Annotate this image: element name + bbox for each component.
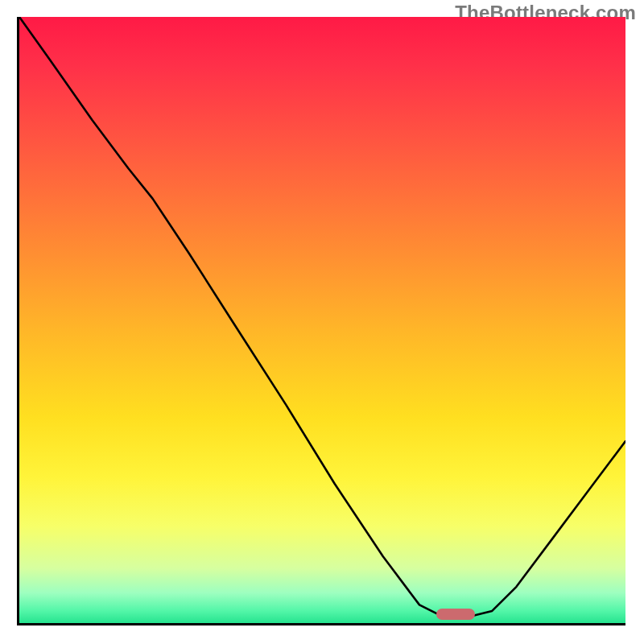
chart-container: TheBottleneck.com: [0, 0, 644, 644]
chart-axes: [17, 17, 625, 625]
